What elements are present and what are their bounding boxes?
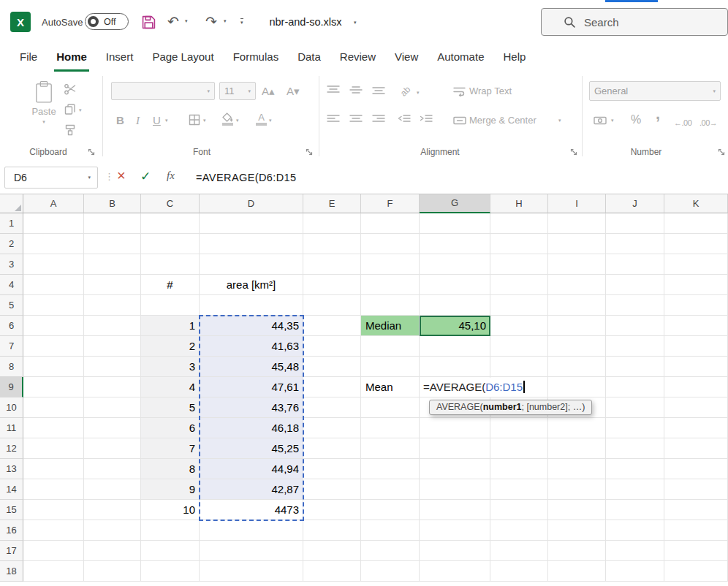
cell-D12[interactable]: 45,25 xyxy=(200,438,303,459)
cell-I17[interactable] xyxy=(548,541,606,561)
select-all-corner[interactable] xyxy=(0,194,23,213)
cell-I9[interactable] xyxy=(548,377,606,397)
bold-button[interactable]: B xyxy=(116,113,124,128)
cell-F9[interactable]: Mean xyxy=(361,377,420,397)
cell-K3[interactable] xyxy=(664,254,728,275)
tab-insert[interactable]: Insert xyxy=(96,44,143,72)
cell-K5[interactable] xyxy=(664,295,728,316)
cell-C2[interactable] xyxy=(141,234,200,254)
cell-G5[interactable] xyxy=(420,295,490,316)
row-header-18[interactable]: 18 xyxy=(0,561,23,582)
cell-C18[interactable] xyxy=(141,561,200,582)
cell-D8[interactable]: 45,48 xyxy=(200,357,303,377)
redo-button[interactable]: ↷ xyxy=(205,12,217,31)
col-header-A[interactable]: A xyxy=(23,194,84,213)
search-input[interactable]: Search xyxy=(541,8,728,36)
cell-G11[interactable] xyxy=(420,418,490,438)
merge-center-label[interactable]: Merge & Center xyxy=(469,111,536,130)
cell-B11[interactable] xyxy=(84,418,141,438)
cell-H5[interactable] xyxy=(490,295,548,316)
cell-F7[interactable] xyxy=(361,336,420,357)
cell-I12[interactable] xyxy=(548,438,606,459)
copy-dropdown-icon[interactable]: ▾ xyxy=(79,107,82,113)
cell-G8[interactable] xyxy=(420,357,490,377)
cell-H2[interactable] xyxy=(490,234,548,254)
cell-I8[interactable] xyxy=(548,357,606,377)
decrease-indent-icon[interactable] xyxy=(398,114,411,124)
cell-I18[interactable] xyxy=(548,561,606,582)
title-dropdown-icon[interactable]: ▾ xyxy=(354,20,357,26)
cell-E9[interactable] xyxy=(303,377,361,397)
row-header-17[interactable]: 17 xyxy=(0,541,23,561)
col-header-F[interactable]: F xyxy=(361,194,420,213)
cell-H3[interactable] xyxy=(490,254,548,275)
cell-E15[interactable] xyxy=(303,500,361,520)
cell-K7[interactable] xyxy=(664,336,728,357)
row-header-12[interactable]: 12 xyxy=(0,438,23,459)
cell-B3[interactable] xyxy=(84,254,141,275)
cell-E14[interactable] xyxy=(303,479,361,500)
cell-H12[interactable] xyxy=(490,438,548,459)
cell-D16[interactable] xyxy=(200,520,303,541)
cell-B5[interactable] xyxy=(84,295,141,316)
decrease-decimal-icon[interactable]: .00→ xyxy=(699,115,717,130)
cell-J7[interactable] xyxy=(606,336,664,357)
cell-A7[interactable] xyxy=(23,336,84,357)
cell-G6[interactable]: 45,10 xyxy=(420,316,490,336)
cell-F16[interactable] xyxy=(361,520,420,541)
cell-J15[interactable] xyxy=(606,500,664,520)
cell-F3[interactable] xyxy=(361,254,420,275)
cell-K14[interactable] xyxy=(664,479,728,500)
italic-button[interactable]: I xyxy=(136,113,140,128)
undo-button[interactable]: ↶ xyxy=(167,12,179,31)
align-left-icon[interactable] xyxy=(327,114,340,124)
cell-H11[interactable] xyxy=(490,418,548,438)
row-header-6[interactable]: 6 xyxy=(0,316,23,336)
cell-A9[interactable] xyxy=(23,377,84,397)
row-header-15[interactable]: 15 xyxy=(0,500,23,520)
cell-G7[interactable] xyxy=(420,336,490,357)
cell-A11[interactable] xyxy=(23,418,84,438)
row-header-10[interactable]: 10 xyxy=(0,397,23,418)
autosave-toggle[interactable]: Off xyxy=(85,13,129,30)
cell-A16[interactable] xyxy=(23,520,84,541)
cell-E13[interactable] xyxy=(303,459,361,479)
cell-J16[interactable] xyxy=(606,520,664,541)
cell-D5[interactable] xyxy=(200,295,303,316)
alignment-dialog-launcher[interactable] xyxy=(570,148,578,156)
row-header-3[interactable]: 3 xyxy=(0,254,23,275)
cell-D10[interactable]: 43,76 xyxy=(200,397,303,418)
cell-H15[interactable] xyxy=(490,500,548,520)
cell-G16[interactable] xyxy=(420,520,490,541)
wrap-text-label[interactable]: Wrap Text xyxy=(469,82,512,101)
cell-J4[interactable] xyxy=(606,275,664,295)
cell-B10[interactable] xyxy=(84,397,141,418)
cell-K13[interactable] xyxy=(664,459,728,479)
cell-I11[interactable] xyxy=(548,418,606,438)
cell-E7[interactable] xyxy=(303,336,361,357)
cell-C10[interactable]: 5 xyxy=(141,397,200,418)
cell-K10[interactable] xyxy=(664,397,728,418)
col-header-J[interactable]: J xyxy=(606,194,664,213)
cell-B2[interactable] xyxy=(84,234,141,254)
cell-F13[interactable] xyxy=(361,459,420,479)
comma-style-icon[interactable]: , xyxy=(656,107,660,121)
cell-B16[interactable] xyxy=(84,520,141,541)
cell-D9[interactable]: 47,61 xyxy=(200,377,303,397)
cell-A10[interactable] xyxy=(23,397,84,418)
format-painter-icon[interactable] xyxy=(64,124,76,136)
undo-dropdown-icon[interactable]: ▾ xyxy=(185,18,188,24)
copy-icon[interactable] xyxy=(64,104,76,115)
cell-J12[interactable] xyxy=(606,438,664,459)
cell-C9[interactable]: 4 xyxy=(141,377,200,397)
insert-function-icon[interactable]: fx xyxy=(167,170,175,182)
decrease-font-size-button[interactable]: A▾ xyxy=(287,84,300,99)
merge-center-dropdown-icon[interactable]: ▾ xyxy=(558,118,561,123)
cell-D7[interactable]: 41,63 xyxy=(200,336,303,357)
cell-C11[interactable]: 6 xyxy=(141,418,200,438)
workbook-title[interactable]: nbr-and-so.xlsx xyxy=(260,0,351,44)
cell-B17[interactable] xyxy=(84,541,141,561)
col-header-B[interactable]: B xyxy=(84,194,141,213)
cell-D18[interactable] xyxy=(200,561,303,582)
tab-data[interactable]: Data xyxy=(288,44,330,72)
